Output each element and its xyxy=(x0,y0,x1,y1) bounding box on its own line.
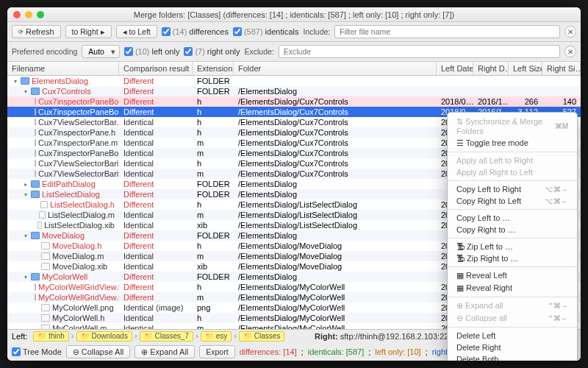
menu-copy-left-to[interactable]: Copy Left to … xyxy=(448,212,577,224)
menu-delete-both[interactable]: Delete Both xyxy=(448,353,577,361)
menu-copy-ltr[interactable]: Copy Left to Right⌥⌘→ xyxy=(448,183,577,195)
folder-path: /ElementsDialog/Cux7Controls xyxy=(234,107,437,116)
menu-sync[interactable]: ⇅ Synchronize & Merge Folders⌘M xyxy=(448,116,577,137)
folder-path: /ElementsDialog/MyColorWell xyxy=(234,283,437,291)
menu-copy-right-to[interactable]: Copy Right to … xyxy=(448,224,577,236)
menu-collapse-all[interactable]: ⊖ Collapse all⌃⌘← xyxy=(448,312,577,325)
minimize-icon[interactable] xyxy=(25,11,32,18)
folder-icon xyxy=(31,180,40,188)
expand-all-button[interactable]: ⊕Expand All xyxy=(135,345,195,358)
extension: h xyxy=(193,128,234,137)
breadcrumb-item[interactable]: 📁 Classes xyxy=(239,331,284,342)
comparison-result: Identical xyxy=(119,169,193,178)
extension: xib xyxy=(193,221,234,230)
exclude-filter-input[interactable] xyxy=(279,45,560,58)
col-left-size: Left Size xyxy=(509,62,542,75)
zoom-icon[interactable] xyxy=(37,11,44,18)
comparison-result: Identical xyxy=(119,314,193,322)
comparison-result: Different xyxy=(119,87,193,96)
column-headers[interactable]: Filename Comparison result Extension Fol… xyxy=(7,62,581,76)
disclosure-icon[interactable]: ▾ xyxy=(22,233,29,239)
menu-apply-all-ltr[interactable]: Apply all Left to Right xyxy=(448,155,577,166)
left-only-checkbox[interactable]: (10) left only xyxy=(124,47,179,56)
folder-path: /ElementsDialog xyxy=(234,272,437,281)
extension: h xyxy=(193,241,234,250)
file-icon xyxy=(35,129,36,136)
file-icon xyxy=(35,98,36,105)
file-name: Cux7inspectorPane.h xyxy=(38,128,115,137)
close-icon[interactable] xyxy=(13,11,21,18)
disclosure-icon[interactable]: ▾ xyxy=(12,78,18,85)
refresh-button[interactable]: ⟳Refresh xyxy=(12,25,61,38)
clear-include-button[interactable]: ✕ xyxy=(564,26,576,38)
file-icon xyxy=(41,314,50,322)
right-only-checkbox[interactable]: (7) right only xyxy=(184,47,240,56)
right-path-label: Right: xyxy=(315,332,338,341)
disclosure-icon[interactable]: ▾ xyxy=(22,191,29,198)
folder-path: /ElementsDialog xyxy=(234,190,437,199)
menu-delete-left[interactable]: Delete Left xyxy=(448,330,577,342)
breadcrumb-item[interactable]: 📁 Classes_7 xyxy=(140,331,193,342)
folder-path: /ElementsDialog/MoveDialog xyxy=(234,252,437,261)
include-filter-input[interactable] xyxy=(334,25,560,38)
col-left-date: Left Date xyxy=(437,62,473,75)
file-icon xyxy=(37,222,42,229)
comparison-result: Identical xyxy=(119,262,193,271)
menu-reveal-left[interactable]: ▦ Reveal Left xyxy=(448,269,577,282)
menu-zip-left[interactable]: 🗜 Zip Left to … xyxy=(448,241,577,252)
differences-checkbox[interactable]: (14) differences xyxy=(162,27,229,36)
extension: h xyxy=(193,159,234,168)
menu-delete-right[interactable]: Delete Right xyxy=(448,342,577,353)
folder-icon xyxy=(31,232,40,239)
to-left-button[interactable]: ◂ to Left xyxy=(116,25,157,38)
file-name: MoveDialog xyxy=(42,231,85,240)
breadcrumb-item[interactable]: 📁 thinh xyxy=(33,331,68,342)
file-icon xyxy=(35,160,36,167)
menu-expand-all[interactable]: ⊕ Expand all⌃⌘→ xyxy=(448,300,577,312)
table-row[interactable]: Cux7inspectorPaneBody.hDifferenth/Elemen… xyxy=(7,96,581,107)
folder-path: /ElementsDialog/Cux7Controls xyxy=(234,159,437,168)
col-right-date: Right D… xyxy=(473,62,509,75)
file-name: MyColorWell.png xyxy=(52,303,114,312)
folder-path: /ElementsDialog/Cux7Controls xyxy=(234,149,437,158)
menu-zip-right[interactable]: 🗜 Zip Right to … xyxy=(448,252,577,264)
to-right-button[interactable]: to Right ▸ xyxy=(65,25,112,38)
folder-path: /ElementsDialog/Cux7Controls xyxy=(234,118,437,127)
comparison-result: Identical xyxy=(119,118,193,127)
menu-toggle-tree[interactable]: ☰ Toggle tree mode xyxy=(448,137,577,149)
clear-exclude-button[interactable]: ✕ xyxy=(564,46,576,57)
breadcrumb-item[interactable]: 📁 esy xyxy=(201,331,232,342)
folder-path: /ElementsDialog/MyColorWell xyxy=(234,303,437,312)
comparison-result: Different xyxy=(119,190,193,199)
file-name: ListSelectDialog.xib xyxy=(44,221,115,230)
menu-reveal-right[interactable]: ▦ Reveal Right xyxy=(448,282,577,294)
breadcrumb-item[interactable]: 📁 Downloads xyxy=(76,331,132,342)
breadcrumb[interactable]: 📁 thinh › 📁 Downloads › 📁 Classes_7 › 📁 … xyxy=(33,331,284,342)
disclosure-icon[interactable]: ▾ xyxy=(22,274,29,280)
tree-mode-checkbox[interactable]: Tree Mode xyxy=(12,347,62,356)
left-path-label: Left: xyxy=(12,332,27,341)
file-name: Cux7Controls xyxy=(42,87,91,96)
table-row[interactable]: ▾ElementsDialogDifferentFOLDER xyxy=(7,76,581,86)
identicals-checkbox[interactable]: (587) identicals xyxy=(233,27,299,36)
file-name: ListSelectDialog xyxy=(42,190,100,199)
file-name: MyColorWell.m xyxy=(52,324,107,329)
export-button[interactable]: Export xyxy=(199,345,234,358)
menu-copy-rtl[interactable]: Copy Right to Left⌥⌘← xyxy=(448,195,577,207)
titlebar[interactable]: Merge folders: [Classes] (differences: [… xyxy=(7,7,581,22)
extension: m xyxy=(193,293,234,302)
comparison-result: Identical xyxy=(119,221,193,230)
collapse-all-button[interactable]: ⊖Collapse All xyxy=(66,345,130,358)
extension: FOLDER xyxy=(193,77,234,85)
extension: h xyxy=(193,314,234,322)
disclosure-icon[interactable]: ▾ xyxy=(22,88,29,95)
menu-apply-all-rtl[interactable]: Apply all Right to Left xyxy=(448,166,577,178)
file-icon xyxy=(41,263,50,270)
file-icon xyxy=(41,242,50,250)
disclosure-icon[interactable]: ▸ xyxy=(22,181,29,188)
encoding-select[interactable]: Auto xyxy=(82,45,120,58)
table-row[interactable]: ▾Cux7ControlsDifferentFOLDER/ElementsDia… xyxy=(7,86,581,96)
file-name: MyColorWellGridView.h xyxy=(38,283,119,291)
file-name: MyColorWell xyxy=(42,272,87,281)
stat-differences: differences: [14] xyxy=(240,347,297,356)
